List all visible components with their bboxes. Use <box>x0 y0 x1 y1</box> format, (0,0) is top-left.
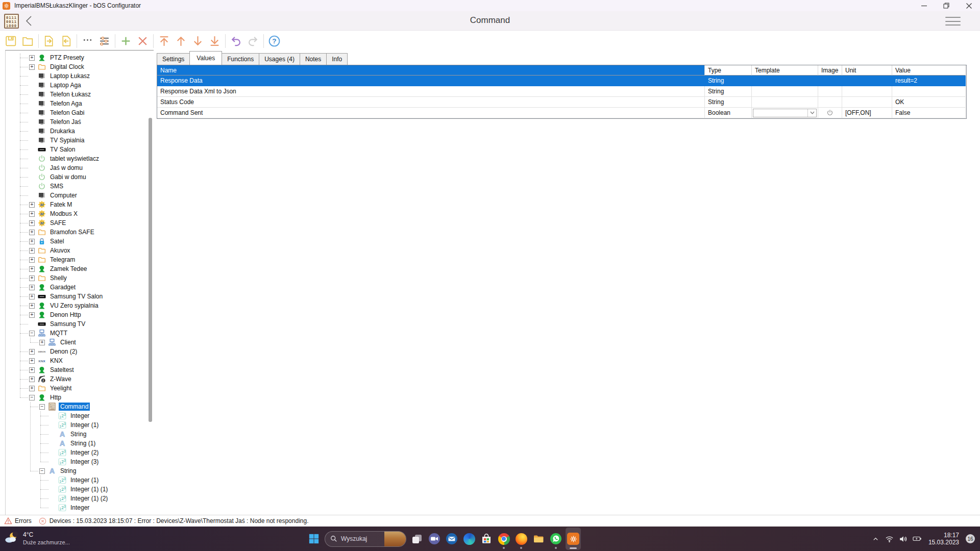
tree-item-jaś-w-domu[interactable]: Jaś w domu <box>6 163 148 172</box>
tree-item-tv-sypialnia[interactable]: TV Sypialnia <box>6 136 148 145</box>
export-button[interactable] <box>41 33 58 49</box>
expand-icon[interactable]: + <box>29 220 35 226</box>
minimize-button[interactable] <box>913 0 935 11</box>
help-button[interactable]: ? <box>266 33 283 49</box>
expand-icon[interactable]: + <box>29 349 35 355</box>
tree-item-integer-2-[interactable]: 123Integer (2) <box>6 448 148 457</box>
tree-item-laptop-łukasz[interactable]: Laptop Łukasz <box>6 71 148 81</box>
tree-item-label[interactable]: Http <box>48 393 63 402</box>
tree-item-label[interactable]: Akuvox <box>48 246 71 255</box>
tree-item-telefon-gabi[interactable]: Telefon Gabi <box>6 108 148 117</box>
tree-item-label[interactable]: SMS <box>48 182 65 190</box>
move-up-button[interactable] <box>173 33 189 49</box>
grid-row-command-sent[interactable]: Command SentBoolean[OFF,ON]False <box>157 108 966 118</box>
expand-icon[interactable]: + <box>29 358 35 364</box>
tree-item-integer-1-[interactable]: 123Integer (1) <box>6 420 148 430</box>
close-button[interactable] <box>958 0 980 11</box>
tree-item-digital-clock[interactable]: +Digital Clock <box>6 62 148 71</box>
open-button[interactable] <box>19 33 36 49</box>
column-header-template[interactable]: Template <box>752 65 818 76</box>
tree-item-label[interactable]: String (1) <box>69 439 97 447</box>
tree-item-shelly[interactable]: +Shelly <box>6 273 148 283</box>
cell-name[interactable]: Response Data <box>157 76 705 86</box>
expand-icon[interactable]: + <box>29 239 35 244</box>
tree-item-z-wave[interactable]: +ZZ-Wave <box>6 374 148 384</box>
tree-item-garadget[interactable]: +Garadget <box>6 283 148 292</box>
expand-icon[interactable]: + <box>29 211 35 217</box>
tree-item-label[interactable]: Fatek M <box>48 201 74 209</box>
cell-name[interactable]: Response Data Xml to Json <box>157 86 705 97</box>
tree-item-label[interactable]: Integer <box>69 412 91 420</box>
move-bottom-button[interactable] <box>206 33 223 49</box>
column-header-type[interactable]: Type <box>705 65 752 76</box>
hamburger-menu-button[interactable] <box>945 17 961 26</box>
save-button[interactable] <box>3 33 19 49</box>
tree-item-tv-salon[interactable]: TV Salon <box>6 145 148 154</box>
move-top-button[interactable] <box>156 33 173 49</box>
tree-item-label[interactable]: String <box>69 430 88 438</box>
expand-icon[interactable]: + <box>29 294 35 299</box>
tree-item-satel[interactable]: +Satel <box>6 237 148 246</box>
tree-item-label[interactable]: Shelly <box>48 274 68 282</box>
whatsapp-taskbar-icon[interactable] <box>548 528 564 550</box>
tree-item-label[interactable]: String <box>59 467 78 475</box>
store-taskbar-icon[interactable] <box>479 528 494 550</box>
tree-item-label[interactable]: Integer (1) <box>69 421 100 429</box>
task-view-button[interactable] <box>409 528 425 550</box>
tree-item-label[interactable]: VU Zero sypialnia <box>48 302 100 310</box>
expand-icon[interactable]: + <box>29 386 35 391</box>
tree-item-http[interactable]: −Http <box>6 393 148 402</box>
tree-item-label[interactable]: PTZ Presety <box>48 54 86 62</box>
tree-item-integer-1-[interactable]: 123Integer (1) <box>6 475 148 485</box>
tree-item-label[interactable]: Denon Http <box>48 311 83 319</box>
tree-item-telefon-łukasz[interactable]: Telefon Łukasz <box>6 90 148 99</box>
column-header-unit[interactable]: Unit <box>842 65 892 76</box>
tree-item-label[interactable]: Jaś w domu <box>48 164 84 172</box>
expand-icon[interactable]: + <box>29 248 35 254</box>
tree-item-label[interactable]: Laptop Aga <box>48 81 83 89</box>
tab-settings[interactable]: Settings <box>157 53 190 65</box>
tree-item-label[interactable]: Command <box>59 403 90 411</box>
expand-icon[interactable]: + <box>29 312 35 318</box>
expand-icon[interactable]: + <box>29 276 35 281</box>
expand-icon[interactable]: + <box>29 257 35 263</box>
tree-item-samsung-tv-salon[interactable]: +Samsung TV Salon <box>6 292 148 301</box>
tree-item-label[interactable]: Bramofon SAFE <box>48 228 96 236</box>
collapse-icon[interactable]: − <box>29 395 35 400</box>
tree-item-computer[interactable]: Computer <box>6 191 148 200</box>
firefox-taskbar-icon[interactable] <box>513 528 529 550</box>
expand-icon[interactable]: + <box>29 202 35 208</box>
import-button[interactable] <box>58 33 75 49</box>
weather-widget[interactable]: 4°C Duże zachmurze... <box>4 531 70 546</box>
tree-item-bramofon-safe[interactable]: +Bramofon SAFE <box>6 228 148 237</box>
move-down-button[interactable] <box>189 33 206 49</box>
bos-configurator-taskbar-icon[interactable] <box>566 528 581 550</box>
tree-item-label[interactable]: Yeelight <box>48 384 73 392</box>
tree-item-label[interactable]: Integer (1) (2) <box>69 494 109 503</box>
tree-item-sateltest[interactable]: +Sateltest <box>6 365 148 374</box>
tree-item-label[interactable]: Computer <box>48 191 79 199</box>
speaker-icon[interactable] <box>899 534 908 543</box>
tree-item-label[interactable]: Telefon Gabi <box>48 109 86 117</box>
tree-item-label[interactable]: Integer (2) <box>69 448 100 457</box>
tree-item-yeelight[interactable]: +Yeelight <box>6 384 148 393</box>
tree-item-label[interactable]: Integer (1) <box>69 476 100 484</box>
tree-item-label[interactable]: Digital Clock <box>48 63 86 71</box>
tree-item-label[interactable]: Laptop Łukasz <box>48 72 91 80</box>
grid-row-response-data[interactable]: Response DataStringresult=2 <box>157 76 966 86</box>
tab-notes[interactable]: Notes <box>300 53 327 65</box>
tree-item-label[interactable]: Samsung TV Salon <box>48 292 104 300</box>
tree-item-label[interactable]: MQTT <box>48 329 69 337</box>
tree-item-modbus-x[interactable]: +MModbus X <box>6 209 148 218</box>
filter-button[interactable] <box>96 33 113 49</box>
tree-item-fatek-m[interactable]: +MFatek M <box>6 200 148 209</box>
tree-item-label[interactable]: Client <box>59 338 78 346</box>
template-dropdown[interactable] <box>753 109 817 117</box>
collapse-icon[interactable]: − <box>39 404 45 410</box>
tree-item-label[interactable]: Zamek Tedee <box>48 265 89 273</box>
expand-icon[interactable]: + <box>29 266 35 272</box>
column-header-name[interactable]: Name <box>157 65 705 76</box>
tree-item-label[interactable]: Telegram <box>48 256 77 264</box>
tab-usages-4-[interactable]: Usages (4) <box>259 53 300 65</box>
cell-name[interactable]: Status Code <box>157 97 705 108</box>
